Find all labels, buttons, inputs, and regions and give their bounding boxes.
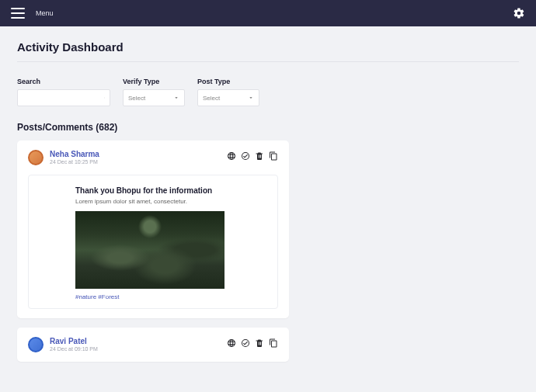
user-name[interactable]: Neha Sharma [50, 150, 227, 158]
copy-icon[interactable] [269, 337, 278, 346]
search-label: Search [17, 78, 110, 85]
verify-filter: Verify Type Select [123, 78, 185, 106]
post-text: Lorem ipsum dolor sit amet, consectetur. [75, 198, 231, 205]
post-tags[interactable]: #nature #Forest [75, 293, 231, 300]
trash-icon[interactable] [255, 150, 264, 159]
check-circle-icon[interactable] [241, 337, 250, 346]
globe-icon[interactable] [227, 150, 236, 159]
card-header: Ravi Patel 24 Dec at 09:10 PM [28, 337, 278, 352]
section-title: Posts/Comments (682) [17, 122, 519, 133]
post-filter: Post Type Select [197, 78, 259, 106]
content-area: Activity Dashboard Search Verify Type Se… [0, 26, 536, 385]
check-circle-icon[interactable] [241, 150, 250, 159]
chevron-down-icon [248, 95, 254, 101]
avatar[interactable] [28, 150, 44, 165]
user-block: Neha Sharma 24 Dec at 10:25 PM [50, 150, 227, 165]
post-body: Thank you Bhopu for the information Lore… [28, 175, 278, 309]
avatar[interactable] [28, 337, 44, 352]
search-icon [104, 94, 105, 102]
hamburger-icon[interactable] [11, 8, 25, 19]
filters-row: Search Verify Type Select Post Type Sele… [17, 78, 519, 106]
chevron-down-icon [173, 95, 179, 101]
search-input-wrapper[interactable] [17, 89, 110, 106]
post-timestamp: 24 Dec at 09:10 PM [50, 346, 227, 352]
menu-label: Menu [36, 9, 54, 17]
page-title: Activity Dashboard [17, 40, 519, 54]
post-card: Neha Sharma 24 Dec at 10:25 PM Thank you… [17, 140, 289, 318]
post-placeholder: Select [203, 95, 220, 102]
post-card: Ravi Patel 24 Dec at 09:10 PM [17, 328, 289, 362]
search-input[interactable] [23, 95, 104, 102]
gear-icon[interactable] [513, 7, 525, 19]
verify-placeholder: Select [128, 95, 145, 102]
card-header: Neha Sharma 24 Dec at 10:25 PM [28, 150, 278, 165]
post-actions [227, 150, 278, 159]
post-actions [227, 337, 278, 346]
post-timestamp: 24 Dec at 10:25 PM [50, 159, 227, 165]
search-filter: Search [17, 78, 110, 106]
divider [17, 61, 519, 62]
copy-icon[interactable] [269, 150, 278, 159]
topbar: Menu [0, 0, 536, 26]
post-select[interactable]: Select [197, 89, 259, 106]
user-name[interactable]: Ravi Patel [50, 337, 227, 345]
trash-icon[interactable] [255, 337, 264, 346]
globe-icon[interactable] [227, 337, 236, 346]
verify-select[interactable]: Select [123, 89, 185, 106]
post-label: Post Type [197, 78, 259, 85]
verify-label: Verify Type [123, 78, 185, 85]
post-title: Thank you Bhopu for the information [75, 186, 231, 195]
user-block: Ravi Patel 24 Dec at 09:10 PM [50, 337, 227, 352]
post-image[interactable] [75, 211, 224, 289]
